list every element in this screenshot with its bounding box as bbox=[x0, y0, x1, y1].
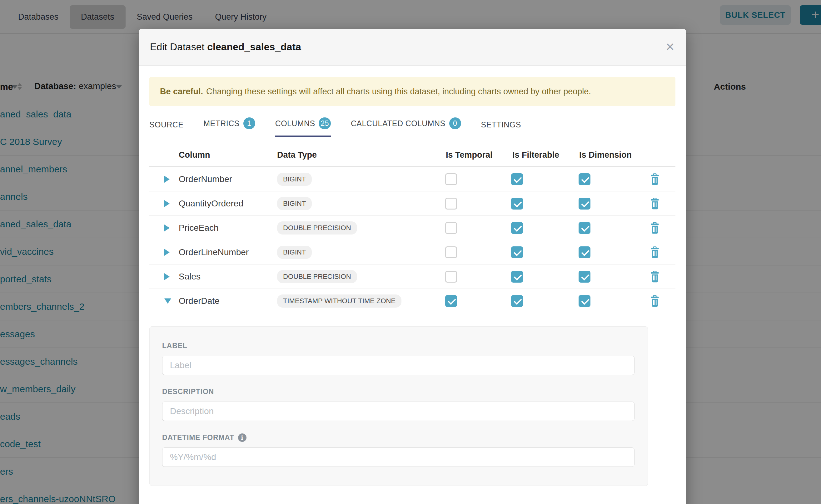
tab-label: SETTINGS bbox=[481, 120, 521, 129]
trash-icon[interactable] bbox=[649, 222, 660, 234]
is-temporal-checkbox[interactable] bbox=[445, 173, 457, 185]
column-data-type: DOUBLE PRECISION bbox=[277, 221, 357, 235]
data-type-pill: BIGINT bbox=[277, 246, 312, 259]
columns-table: ColumnData TypeIs TemporalIs FilterableI… bbox=[149, 145, 675, 313]
trash-icon[interactable] bbox=[649, 197, 660, 210]
column-name: OrderDate bbox=[179, 296, 220, 306]
warning-banner-text: Changing these settings will affect all … bbox=[206, 87, 591, 96]
column-header-is-dimension: Is Dimension bbox=[579, 150, 632, 160]
label-field-label: LABEL bbox=[162, 342, 635, 350]
data-type-pill: DOUBLE PRECISION bbox=[277, 221, 357, 235]
modal-tabs: SOURCEMETRICS1COLUMNS25CALCULATED COLUMN… bbox=[149, 117, 675, 137]
tab-label: SOURCE bbox=[149, 120, 183, 129]
tab-count-badge: 1 bbox=[243, 117, 255, 129]
data-type-pill: BIGINT bbox=[277, 173, 312, 186]
description-input[interactable] bbox=[162, 402, 635, 421]
description-field-label: DESCRIPTION bbox=[162, 388, 635, 396]
collapse-caret-icon[interactable] bbox=[164, 299, 171, 304]
column-row-priceeach: PriceEachDOUBLE PRECISION bbox=[149, 216, 675, 240]
description-field-label-text: DESCRIPTION bbox=[162, 388, 214, 396]
column-name: OrderNumber bbox=[179, 174, 232, 184]
column-name: Sales bbox=[179, 272, 200, 282]
label-field-label-text: LABEL bbox=[162, 342, 187, 350]
info-icon[interactable]: i bbox=[238, 433, 246, 442]
column-row-sales: SalesDOUBLE PRECISION bbox=[149, 264, 675, 289]
is-dimension-checkbox[interactable] bbox=[579, 246, 591, 258]
modal-title-prefix: Edit Dataset bbox=[150, 41, 204, 52]
data-type-pill: TIMESTAMP WITHOUT TIME ZONE bbox=[277, 294, 401, 308]
column-row-orderlinenumber: OrderLineNumberBIGINT bbox=[149, 240, 675, 264]
modal-body: Be careful. Changing these settings will… bbox=[139, 66, 686, 486]
column-name: OrderLineNumber bbox=[179, 247, 249, 257]
expand-caret-icon[interactable] bbox=[164, 200, 170, 207]
column-row-orderdate: OrderDateTIMESTAMP WITHOUT TIME ZONE bbox=[149, 289, 675, 313]
column-data-type: BIGINT bbox=[277, 197, 312, 210]
is-dimension-checkbox[interactable] bbox=[579, 173, 591, 185]
is-temporal-checkbox[interactable] bbox=[445, 198, 457, 210]
is-dimension-checkbox[interactable] bbox=[579, 222, 591, 234]
column-header-data-type: Data Type bbox=[277, 150, 317, 160]
modal-header: Edit Dataset cleaned_sales_data ✕ bbox=[139, 29, 686, 66]
column-header-column: Column bbox=[179, 150, 210, 160]
tab-label: CALCULATED COLUMNS bbox=[351, 119, 446, 128]
tab-calculated-columns[interactable]: CALCULATED COLUMNS0 bbox=[351, 117, 461, 137]
is-dimension-checkbox[interactable] bbox=[579, 295, 591, 307]
column-data-type: BIGINT bbox=[277, 246, 312, 259]
tab-count-badge: 0 bbox=[449, 117, 461, 129]
data-type-pill: BIGINT bbox=[277, 197, 312, 210]
tab-label: METRICS bbox=[203, 119, 239, 128]
is-temporal-checkbox[interactable] bbox=[445, 222, 457, 234]
column-data-type: TIMESTAMP WITHOUT TIME ZONE bbox=[277, 294, 401, 308]
column-data-type: DOUBLE PRECISION bbox=[277, 270, 357, 283]
column-name: PriceEach bbox=[179, 223, 219, 233]
tab-metrics[interactable]: METRICS1 bbox=[203, 117, 255, 137]
datetime-format-field-label: DATETIME FORMAT i bbox=[162, 433, 635, 442]
close-icon[interactable]: ✕ bbox=[665, 42, 675, 53]
tab-label: COLUMNS bbox=[275, 119, 315, 128]
modal-title: Edit Dataset cleaned_sales_data bbox=[150, 41, 301, 53]
trash-icon[interactable] bbox=[649, 246, 660, 259]
is-filterable-checkbox[interactable] bbox=[511, 271, 523, 283]
column-row-quantityordered: QuantityOrderedBIGINT bbox=[149, 191, 675, 216]
warning-banner-bold: Be careful. bbox=[160, 87, 203, 96]
warning-banner: Be careful. Changing these settings will… bbox=[149, 77, 675, 106]
column-row-ordernumber: OrderNumberBIGINT bbox=[149, 167, 675, 191]
is-dimension-checkbox[interactable] bbox=[579, 271, 591, 283]
is-temporal-checkbox[interactable] bbox=[445, 295, 457, 307]
is-filterable-checkbox[interactable] bbox=[511, 246, 523, 258]
trash-icon[interactable] bbox=[649, 270, 660, 283]
is-filterable-checkbox[interactable] bbox=[511, 222, 523, 234]
trash-icon[interactable] bbox=[649, 295, 660, 307]
datetime-format-input[interactable] bbox=[162, 447, 635, 467]
is-temporal-checkbox[interactable] bbox=[445, 246, 457, 258]
datetime-format-label-text: DATETIME FORMAT bbox=[162, 433, 234, 442]
column-detail-panel: LABEL DESCRIPTION DATETIME FORMAT i bbox=[149, 326, 648, 486]
trash-icon[interactable] bbox=[649, 173, 660, 185]
tab-settings[interactable]: SETTINGS bbox=[481, 120, 521, 137]
expand-caret-icon[interactable] bbox=[164, 225, 170, 231]
column-header-is-filterable: Is Filterable bbox=[512, 150, 559, 160]
is-temporal-checkbox[interactable] bbox=[445, 271, 457, 283]
column-name: QuantityOrdered bbox=[179, 199, 243, 209]
data-type-pill: DOUBLE PRECISION bbox=[277, 270, 357, 283]
expand-caret-icon[interactable] bbox=[164, 249, 170, 256]
columns-table-header: ColumnData TypeIs TemporalIs FilterableI… bbox=[149, 145, 675, 167]
edit-dataset-modal: Edit Dataset cleaned_sales_data ✕ Be car… bbox=[139, 29, 686, 504]
tab-columns[interactable]: COLUMNS25 bbox=[275, 117, 331, 137]
column-data-type: BIGINT bbox=[277, 173, 312, 186]
expand-caret-icon[interactable] bbox=[164, 176, 170, 183]
is-filterable-checkbox[interactable] bbox=[511, 198, 523, 210]
column-header-is-temporal: Is Temporal bbox=[446, 150, 493, 160]
tab-count-badge: 25 bbox=[319, 117, 330, 129]
modal-title-dataset-name: cleaned_sales_data bbox=[207, 41, 301, 52]
is-filterable-checkbox[interactable] bbox=[511, 295, 523, 307]
is-filterable-checkbox[interactable] bbox=[511, 173, 523, 185]
is-dimension-checkbox[interactable] bbox=[579, 198, 591, 210]
expand-caret-icon[interactable] bbox=[164, 273, 170, 280]
label-input[interactable] bbox=[162, 356, 635, 375]
columns-table-rows: OrderNumberBIGINTQuantityOrderedBIGINTPr… bbox=[149, 167, 675, 313]
tab-source[interactable]: SOURCE bbox=[149, 120, 183, 137]
